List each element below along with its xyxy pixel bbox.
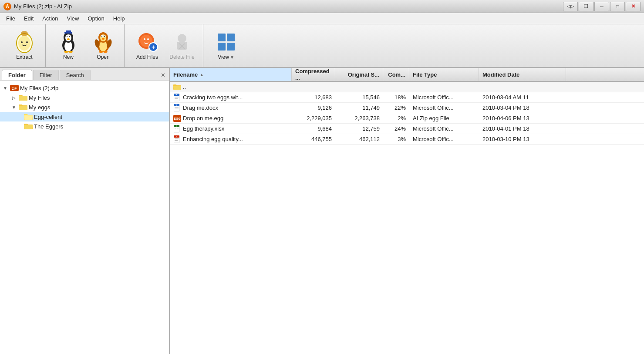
tree-myfiles-label: My Files xyxy=(29,94,50,101)
app-icon: A xyxy=(3,3,11,10)
tree-myfiles-item[interactable]: ▷ My Files xyxy=(0,93,169,102)
menu-action[interactable]: Action xyxy=(38,14,62,23)
file-cell-droponme-original: 2,263,738 xyxy=(335,113,383,123)
tree-myeggs-item[interactable]: ▼ My eggs xyxy=(0,102,169,112)
zip-icon: ZIP xyxy=(10,84,19,92)
file-cell-up-original xyxy=(335,82,383,92)
view-label: View xyxy=(218,54,229,60)
col-header-com[interactable]: Com... xyxy=(383,68,409,81)
file-cell-cracking-filetype: Microsoft Offic... xyxy=(409,92,479,102)
add-files-icon: + xyxy=(137,31,158,52)
file-cell-eggtherapy-original: 12,759 xyxy=(335,124,383,134)
tree-root-label: My Files (2).zip xyxy=(20,85,58,91)
panel-close-btn[interactable]: ✕ xyxy=(158,71,167,79)
toolbar-group-files: + Add Files Delete File xyxy=(126,24,203,67)
file-row-dragme[interactable]: W Drag me.docx 9,126 11,749 22% xyxy=(170,103,644,113)
file-row-up[interactable]: .. xyxy=(170,82,644,92)
tree-eggcellent-label: Egg-cellent xyxy=(34,114,62,120)
file-cell-cracking-com: 18% xyxy=(383,92,409,102)
svg-point-14 xyxy=(64,51,68,53)
menu-view[interactable]: View xyxy=(63,14,84,23)
title-minimize-btn[interactable]: ─ xyxy=(594,2,609,11)
title-prev-next-btn[interactable]: ◁▷ xyxy=(563,2,578,11)
tab-filter[interactable]: Filter xyxy=(33,70,59,80)
svg-rect-48 xyxy=(175,98,178,99)
view-dropdown-arrow[interactable]: ▼ xyxy=(230,55,234,60)
title-close-btn[interactable]: ✕ xyxy=(626,2,641,11)
svg-rect-65 xyxy=(177,130,179,130)
file-cell-droponme-filename: EGG Drop on me.egg xyxy=(170,113,292,123)
menu-file[interactable]: File xyxy=(2,14,20,23)
new-label: New xyxy=(63,54,74,60)
open-icon xyxy=(93,31,114,52)
toolbar-group-extract: Extract xyxy=(3,24,46,67)
menu-edit[interactable]: Edit xyxy=(20,14,38,23)
cracking-com-val: 18% xyxy=(394,94,406,101)
file-cell-enhancing-filename: P Enhancing egg quality... xyxy=(170,134,292,144)
svg-rect-63 xyxy=(177,129,179,129)
col-header-filename[interactable]: Filename ▲ xyxy=(170,68,292,81)
file-list: .. W xyxy=(170,82,644,354)
file-cell-dragme-modified: 2010-03-04 PM 18 xyxy=(479,103,566,113)
view-button[interactable]: View ▼ xyxy=(209,27,243,64)
tree-eggers-label: The Eggers xyxy=(34,123,63,130)
tree-eggcellent-item[interactable]: Egg-cellent xyxy=(0,112,169,121)
svg-rect-47 xyxy=(175,98,179,98)
file-cell-up-com xyxy=(383,82,409,92)
svg-point-12 xyxy=(69,36,70,37)
egg-file-icon: EGG xyxy=(173,115,181,122)
title-text: My Files (2).zip - ALZip xyxy=(14,3,72,10)
file-cell-cracking-modified: 2010-03-04 AM 11 xyxy=(479,92,566,102)
sort-arrow-filename: ▲ xyxy=(199,72,204,77)
file-cell-dragme-filename: W Drag me.docx xyxy=(170,103,292,113)
col-filetype-label: File Type xyxy=(413,71,437,78)
tree-eggers-item[interactable]: The Eggers xyxy=(0,121,169,131)
xlsx-icon: X xyxy=(173,125,181,132)
menu-option[interactable]: Option xyxy=(83,14,108,23)
tab-folder[interactable]: Folder xyxy=(2,70,32,80)
docx-icon-2: W xyxy=(173,105,181,111)
svg-text:P: P xyxy=(176,135,177,138)
col-header-modified[interactable]: Modified Date xyxy=(479,68,566,81)
cracking-filetype-val: Microsoft Offic... xyxy=(413,94,454,101)
file-row-enhancing[interactable]: P Enhancing egg quality... 446,755 462,1… xyxy=(170,134,644,145)
tree-expand-myeggs[interactable]: ▼ xyxy=(10,104,17,111)
tree-expand-myfiles[interactable]: ▷ xyxy=(10,94,17,101)
extract-button[interactable]: Extract xyxy=(7,27,42,64)
delete-file-label: Delete File xyxy=(169,54,194,60)
file-cell-dragme-original: 11,749 xyxy=(335,103,383,113)
open-button[interactable]: Open xyxy=(86,27,121,64)
tab-search[interactable]: Search xyxy=(60,70,91,80)
col-compressed-label: Compressed ... xyxy=(295,68,331,81)
tree-expand-root[interactable]: ▼ xyxy=(2,84,9,91)
file-cell-dragme-com: 22% xyxy=(383,103,409,113)
file-row-eggtherapy[interactable]: X Egg therapy.xlsx 9,684 xyxy=(170,124,644,134)
file-cell-enhancing-original: 462,112 xyxy=(335,134,383,144)
col-header-compressed[interactable]: Compressed ... xyxy=(292,68,335,81)
svg-point-4 xyxy=(21,31,28,36)
file-row-droponme[interactable]: EGG Drop on me.egg 2,229,035 2,263,738 2… xyxy=(170,113,644,124)
file-cell-up-compressed xyxy=(292,82,335,92)
col-header-filetype[interactable]: File Type xyxy=(409,68,479,81)
enhancing-filename-label: Enhancing egg quality... xyxy=(183,136,243,142)
svg-rect-17 xyxy=(66,30,71,33)
folder-myfiles-icon xyxy=(19,94,27,101)
menu-help[interactable]: Help xyxy=(109,14,129,23)
file-row-cracking[interactable]: W Cracking two eggs wit... 12,683 15,546 xyxy=(170,92,644,103)
title-restore-btn[interactable]: □ xyxy=(610,2,625,11)
tree-root-item[interactable]: ▼ ZIP My Files (2).zip xyxy=(0,83,169,93)
svg-point-25 xyxy=(104,36,105,37)
folder-eggers-icon xyxy=(24,122,33,130)
new-button[interactable]: New xyxy=(51,27,86,64)
right-panel: Filename ▲ Compressed ... Original S... … xyxy=(170,68,644,354)
delete-file-button[interactable]: Delete File xyxy=(165,27,199,64)
add-files-button[interactable]: + Add Files xyxy=(130,27,165,64)
file-cell-droponme-modified: 2010-04-06 PM 13 xyxy=(479,113,566,123)
tree-myeggs-label: My eggs xyxy=(29,104,50,111)
dragme-filename-label: Drag me.docx xyxy=(183,105,218,111)
title-copy-btn[interactable]: ❒ xyxy=(579,2,593,11)
file-cell-cracking-original: 15,546 xyxy=(335,92,383,102)
eggtherapy-filename-label: Egg therapy.xlsx xyxy=(183,125,224,132)
cracking-filename-label: Cracking two eggs wit... xyxy=(183,94,243,101)
col-header-original[interactable]: Original S... xyxy=(335,68,383,81)
